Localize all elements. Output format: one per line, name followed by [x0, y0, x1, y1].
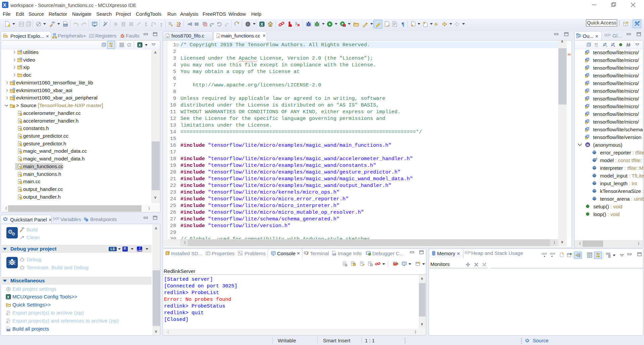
svg-text:R: R — [225, 25, 227, 27]
svg-text:1010: 1010 — [550, 253, 555, 255]
svg-text:C: C — [20, 58, 22, 60]
svg-text:X: X — [139, 43, 141, 47]
svg-text:s: s — [614, 45, 615, 47]
svg-text:1010: 1010 — [541, 253, 547, 255]
svg-text:010: 010 — [333, 253, 336, 255]
svg-text:X: X — [261, 22, 263, 27]
svg-text:C: C — [20, 50, 22, 52]
svg-text:C: C — [13, 88, 15, 90]
svg-text:C: C — [13, 96, 15, 98]
svg-text:.c: .c — [167, 35, 169, 38]
svg-text:z: z — [596, 45, 597, 47]
svg-text:X: X — [7, 295, 10, 299]
svg-text:C: C — [20, 65, 22, 67]
svg-text:C: C — [13, 81, 15, 83]
svg-text:0101: 0101 — [89, 36, 94, 39]
svg-text:.c: .c — [217, 35, 219, 38]
svg-text:¶: ¶ — [401, 21, 405, 27]
svg-text:a: a — [596, 43, 598, 45]
svg-text:N: N — [587, 143, 589, 147]
svg-text:R: R — [210, 25, 212, 27]
